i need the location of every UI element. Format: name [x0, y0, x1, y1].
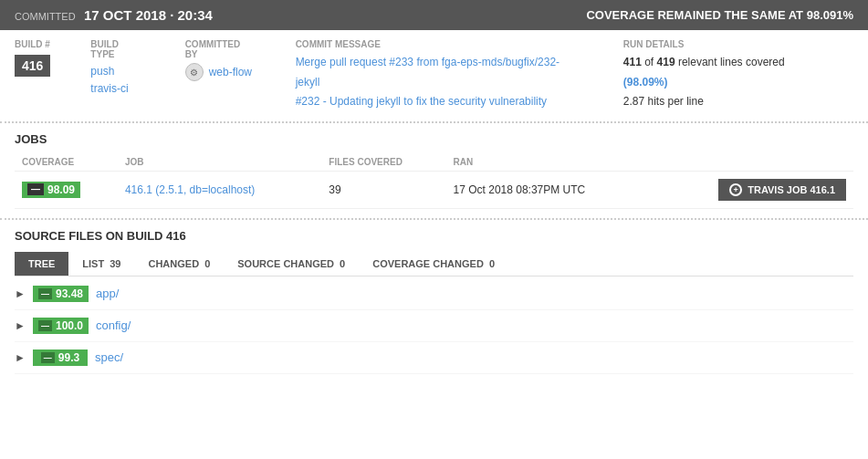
header-bar: COMMITTED 17 OCT 2018 · 20:34 COVERAGE R… [0, 0, 868, 30]
lines-covered: 411 [623, 56, 642, 68]
commit-message-section: COMMIT MESSAGE Merge pull request #233 f… [296, 39, 583, 112]
lines-covered-stat: 411 of 419 relevant lines covered (98.09… [623, 53, 831, 92]
ran-cell: 17 Oct 2018 08:37PM UTC [446, 171, 654, 208]
minus-small-icon: — [38, 320, 52, 331]
run-details: 411 of 419 relevant lines covered (98.09… [623, 53, 831, 112]
tab-coverage-changed[interactable]: COVERAGE CHANGED 0 [359, 252, 508, 276]
job-coverage-cell: — 98.09 [15, 171, 118, 208]
expand-arrow-icon[interactable]: ► [15, 319, 26, 332]
file-name-link[interactable]: app/ [96, 287, 119, 300]
file-coverage-badge: — 99.3 [33, 349, 88, 366]
travis-job-button[interactable]: + TRAVIS JOB 416.1 [718, 179, 846, 201]
total-lines: 419 [657, 56, 675, 68]
jobs-title: JOBS [15, 132, 853, 146]
file-coverage-badge: — 100.0 [33, 318, 89, 334]
avatar: ⚙ [185, 63, 204, 81]
build-info: BUILD # 416 BUILD TYPE push travis-ci CO… [0, 30, 868, 123]
expand-arrow-icon[interactable]: ► [15, 351, 26, 364]
build-type-label: BUILD TYPE [90, 39, 144, 59]
committed-by-section: COMMITTED BY ⚙ web-flow [185, 39, 256, 112]
source-changed-count: 0 [340, 258, 345, 269]
col-ran: RAN [446, 153, 654, 172]
file-name-link[interactable]: config/ [96, 318, 131, 332]
push-link[interactable]: push [90, 63, 144, 80]
tab-list[interactable]: LIST 39 [68, 252, 134, 276]
file-coverage-badge: — 93.48 [33, 286, 89, 302]
source-files-section: SOURCE FILES ON BUILD 416 TREE LIST 39 C… [0, 218, 868, 383]
list-item: ► — 100.0 config/ [15, 310, 853, 342]
col-files-covered: FILES COVERED [321, 153, 445, 172]
list-item: ► — 93.48 app/ [15, 278, 853, 310]
col-job: JOB [118, 153, 321, 172]
file-tree: ► — 93.48 app/ ► — 100.0 config/ ► — 99.… [15, 278, 853, 374]
coverage-pct: (98.09%) [623, 76, 668, 89]
col-coverage: COVERAGE [15, 153, 118, 172]
travis-ci-link[interactable]: travis-ci [90, 80, 144, 98]
build-number: 416 [15, 55, 50, 77]
table-row: — 98.09 416.1 (2.5.1, db=localhost) 39 1… [15, 171, 853, 208]
job-name-cell: 416.1 (2.5.1, db=localhost) [118, 171, 321, 208]
minus-icon: — [27, 183, 44, 195]
travis-btn-label: TRAVIS JOB 416.1 [748, 184, 835, 195]
coverage-status: COVERAGE REMAINED THE SAME AT 98.091% [586, 8, 853, 22]
committed-by-label: COMMITTED BY [185, 39, 256, 59]
run-details-label: RUN DETAILS [623, 39, 831, 49]
committed-by: ⚙ web-flow [185, 63, 256, 81]
build-type-section: BUILD TYPE push travis-ci [90, 39, 144, 112]
job-link[interactable]: 416.1 (2.5.1, db=localhost) [125, 183, 255, 196]
coverage-badge: — 98.09 [22, 182, 80, 198]
build-number-section: BUILD # 416 [15, 39, 50, 112]
tab-source-changed[interactable]: SOURCE CHANGED 0 [224, 252, 359, 276]
committed-info: COMMITTED 17 OCT 2018 · 20:34 [15, 7, 213, 23]
col-actions [653, 153, 853, 172]
hits-per-line-stat: 2.87 hits per line [623, 92, 831, 112]
commit-messages: Merge pull request #233 from fga-eps-mds… [296, 53, 583, 112]
minus-small-icon: — [41, 352, 55, 363]
committed-label: COMMITTED [15, 11, 76, 22]
tab-changed[interactable]: CHANGED 0 [134, 252, 224, 276]
circle-icon: + [729, 183, 742, 196]
files-covered-cell: 39 [321, 171, 445, 208]
commit-message-2[interactable]: #232 - Updating jekyll to fix the securi… [296, 92, 583, 112]
list-count: 39 [110, 258, 120, 269]
source-files-title: SOURCE FILES ON BUILD 416 [15, 229, 853, 243]
travis-btn-cell: + TRAVIS JOB 416.1 [653, 171, 853, 208]
committed-date: 17 OCT 2018 · 20:34 [84, 7, 213, 23]
committed-by-user[interactable]: web-flow [209, 66, 252, 78]
source-files-tabs: TREE LIST 39 CHANGED 0 SOURCE CHANGED 0 … [15, 252, 853, 276]
commit-message-label: COMMIT MESSAGE [296, 39, 583, 49]
coverage-value: 98.09 [47, 183, 75, 196]
coverage-changed-count: 0 [489, 258, 495, 269]
jobs-table-header: COVERAGE JOB FILES COVERED RAN [15, 153, 853, 172]
minus-small-icon: — [38, 288, 52, 299]
file-name-link[interactable]: spec/ [95, 350, 123, 364]
changed-count: 0 [204, 258, 210, 269]
list-item: ► — 99.3 spec/ [15, 342, 853, 374]
build-label: BUILD # [15, 39, 50, 49]
expand-arrow-icon[interactable]: ► [15, 287, 26, 300]
jobs-table: COVERAGE JOB FILES COVERED RAN — 98.09 4… [15, 153, 853, 209]
run-details-section: RUN DETAILS 411 of 419 relevant lines co… [623, 39, 831, 112]
build-type-links: push travis-ci [90, 63, 144, 98]
tab-tree[interactable]: TREE [15, 252, 68, 276]
commit-message-1[interactable]: Merge pull request #233 from fga-eps-mds… [296, 53, 583, 92]
jobs-section: JOBS COVERAGE JOB FILES COVERED RAN — 98… [0, 123, 868, 218]
